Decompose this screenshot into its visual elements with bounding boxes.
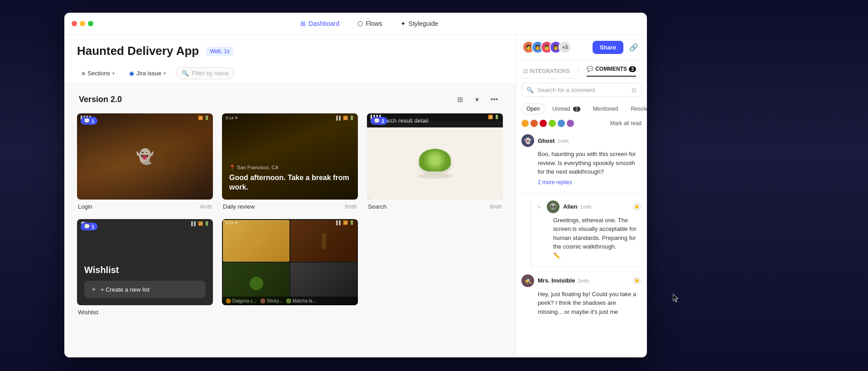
food-visual: [419, 149, 451, 171]
food-label-3: 🟢 Matcha la...: [286, 298, 316, 303]
frame-card-daily[interactable]: 8:14 ✈ ▌▌ 📶 🔋 📍 San Francisco, CA Good a…: [222, 113, 358, 210]
filter-pill-mentioned[interactable]: Mentioned: [588, 103, 623, 114]
share-button[interactable]: Share: [593, 41, 623, 54]
integrations-label: INTEGRATIONS: [530, 68, 570, 74]
wishlist-signal: ▌▌ 📶 🔋: [191, 221, 209, 226]
daily-time: 8:14 ✈: [226, 116, 238, 120]
comment-time-invisible: 2mth: [578, 278, 588, 283]
comment-time-alien: 1mth: [580, 204, 591, 210]
frame-name-search: Search: [368, 203, 386, 210]
daily-signal: ▌▌ 📶 🔋: [336, 116, 354, 120]
color-dot-blue[interactable]: [558, 120, 565, 127]
sections-button[interactable]: ≡ Sections ▾: [77, 68, 119, 79]
mark-all-read[interactable]: Mark all read: [610, 120, 641, 127]
frame-comment-badge-wishlist: 💬 1: [81, 223, 97, 230]
frame-label-daily: Daily review 6mth: [222, 203, 358, 210]
comment-search[interactable]: 🔍 Search for a comment ⊟: [521, 83, 641, 97]
nav-item-styleguide[interactable]: ✦ Styleguide: [397, 18, 442, 29]
avatar-count: +3: [559, 41, 571, 54]
login-time: 📶 🔋: [198, 116, 209, 120]
copy-link-button[interactable]: 🔗: [627, 40, 641, 54]
comment-header-alien: ↳ 👽 Alien 1mth: [537, 200, 641, 213]
project-badge[interactable]: Web, 1x: [206, 47, 233, 56]
tab-comments[interactable]: 💬 COMMENTS 3: [587, 66, 636, 77]
reply-indicator: ↳: [537, 204, 541, 210]
frame-card-wishlist[interactable]: 💬1 ✈ ▌▌ 📶 🔋 Wishlist ＋ + Create a new li…: [77, 219, 213, 316]
comments-label: COMMENTS: [595, 66, 627, 72]
title-bar-nav: ⊞ Dashboard ⬡ Flows ✦ Styleguide: [99, 18, 640, 29]
sort-icon[interactable]: ⊟: [632, 87, 637, 93]
left-panel: Haunted Delivery App Web, 1x ≡ Sections …: [64, 35, 516, 357]
food-statusbar-icons: ▌▌ 📶 🔋: [336, 220, 354, 225]
comment-author-ghost: Ghost: [538, 137, 555, 144]
unread-badge: 2: [573, 107, 580, 112]
frame-time-login: 4mth: [200, 204, 212, 210]
section-more-btn[interactable]: •••: [487, 93, 501, 106]
comment-icon-wishlist: 💬: [84, 224, 90, 229]
avatar-invisible: 🕵️: [521, 274, 534, 287]
flows-icon: ⬡: [357, 20, 363, 27]
frame-thumbnail-daily: 8:14 ✈ ▌▌ 📶 🔋 📍 San Francisco, CA Good a…: [222, 113, 358, 200]
comment-count-wishlist: 1: [92, 224, 94, 229]
jira-label: Jira issue: [136, 70, 161, 77]
add-list-button[interactable]: ＋ + Create a new list: [84, 281, 206, 298]
toolbar: ≡ Sections ▾ ◉ Jira issue ▾ 🔍 Filter by …: [64, 63, 516, 83]
comment-author-alien: Alien: [563, 203, 578, 210]
color-dot-red[interactable]: [540, 120, 547, 127]
comment-status-alien: [632, 202, 641, 211]
section-collapse-btn[interactable]: ▾: [470, 93, 484, 106]
comment-icon: 💬: [84, 118, 90, 124]
comment-text-invisible: Hey, just floating by! Could you take a …: [538, 290, 641, 317]
comment-item-ghost: 👻 Ghost 1mth Boo, haunting you with this…: [521, 134, 641, 193]
color-dot-orange[interactable]: [521, 120, 529, 127]
food-label-2: 🟤 Sticky...: [260, 298, 282, 303]
traffic-light-minimize[interactable]: [80, 21, 85, 26]
status-dot-alien: [635, 205, 639, 209]
filter-pill-open[interactable]: Open: [521, 103, 545, 114]
collaborators: 🧑 👩 👨 👩 +3: [522, 41, 571, 54]
color-dot-red-orange[interactable]: [530, 120, 538, 127]
main-content: Haunted Delivery App Web, 1x ≡ Sections …: [64, 35, 647, 357]
daily-greeting: Good afternoon. Take a break from work.: [229, 173, 351, 192]
edit-icon-alien: ✏️: [553, 252, 560, 259]
filter-pill-resolved[interactable]: Resolv...: [626, 103, 647, 114]
comment-icon-search: 💬: [374, 118, 380, 124]
jira-chevron: ▾: [164, 71, 166, 76]
traffic-light-maximize[interactable]: [88, 21, 93, 26]
tab-integrations[interactable]: ⊡ INTEGRATIONS: [523, 64, 570, 78]
section-title: Version 2.0: [79, 95, 122, 104]
filter-input[interactable]: 🔍 Filter by name: [176, 67, 235, 79]
styleguide-icon: ✦: [400, 20, 406, 27]
section-actions: ⊞ ▾ •••: [453, 93, 501, 106]
nav-item-flows[interactable]: ⬡ Flows: [354, 18, 386, 29]
jira-button[interactable]: ◉ Jira issue ▾: [125, 68, 170, 79]
right-panel-top: 🧑 👩 👨 👩 +3 Share 🔗: [516, 35, 647, 60]
frame-label-search: Search 6mth: [367, 203, 503, 210]
section-layout-btn[interactable]: ⊞: [453, 93, 467, 106]
frames-grid-1: ▌▌▌▌ 📶 🔋 👻 💬 1 Login: [77, 113, 503, 210]
link-icon: 🔗: [629, 43, 638, 52]
avatar-ghost: 👻: [521, 134, 534, 147]
integrations-icon: ⊡: [523, 68, 528, 74]
add-icon: ＋: [91, 285, 97, 293]
jira-icon: ◉: [129, 70, 134, 77]
comment-replies-ghost[interactable]: 2 more replies: [538, 179, 641, 186]
comment-status-invisible: [632, 276, 641, 285]
frame-name-wishlist: Wishlist: [78, 309, 98, 316]
frame-card-food[interactable]: 8:14 ✈ ▌▌ 📶 🔋 🟠 Dalgona c... 🟤 Sticky...…: [222, 219, 358, 316]
project-title: Haunted Delivery App: [77, 44, 199, 58]
comment-header-ghost: 👻 Ghost 1mth: [521, 134, 641, 147]
frame-thumbnail-wishlist: 💬1 ✈ ▌▌ 📶 🔋 Wishlist ＋ + Create a new li…: [77, 219, 213, 305]
comment-count-search: 2: [381, 118, 384, 124]
search-body: [367, 127, 503, 200]
nav-item-dashboard[interactable]: ⊞ Dashboard: [297, 18, 343, 29]
color-dot-purple[interactable]: [567, 120, 574, 127]
filter-pill-unread[interactable]: Unread 2: [547, 103, 585, 114]
frame-time-daily: 6mth: [345, 204, 357, 210]
color-dot-green[interactable]: [549, 120, 556, 127]
frame-card-search[interactable]: ‹ Search result detail: [367, 113, 503, 210]
panel-tabs: ⊡ INTEGRATIONS 💬 COMMENTS 3: [516, 60, 647, 78]
traffic-light-close[interactable]: [72, 21, 77, 26]
comment-time-ghost: 1mth: [558, 138, 569, 144]
frame-card-login[interactable]: ▌▌▌▌ 📶 🔋 👻 💬 1 Login: [77, 113, 213, 210]
